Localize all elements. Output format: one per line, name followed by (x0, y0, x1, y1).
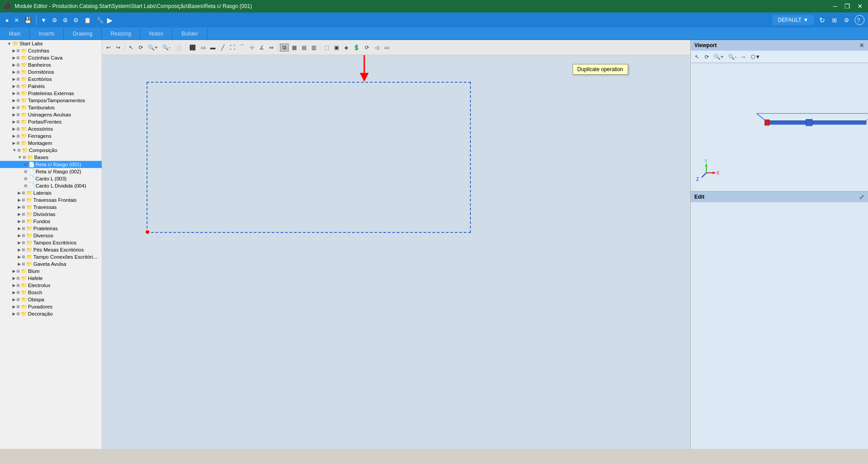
tree-item[interactable]: ▶ ⊞ 📁 Usinagens Avulsas (0, 111, 102, 118)
refresh-button[interactable]: ↻ (817, 15, 827, 25)
tab-resizing[interactable]: Resizing (102, 28, 140, 40)
tool-i[interactable]: ⟳ (362, 44, 371, 52)
tree-item[interactable]: ⊞ 📄 Reta s/ Rasgo (002) (0, 168, 102, 175)
tool-k[interactable]: ▭ (382, 44, 391, 52)
tree-item[interactable]: ▶ ⊞ 📁 Cozinhas Cava (0, 54, 102, 61)
tool-3[interactable]: ⚙ (61, 16, 70, 24)
tree-item[interactable]: ▶ ⊞ 📁 Fundos (0, 218, 102, 225)
tree-item[interactable]: ▶ ⊞ 📁 Decoração (0, 310, 102, 317)
select-tool[interactable]: ⬛ (187, 44, 198, 52)
tool-g[interactable]: ◈ (342, 44, 350, 52)
mirror-tool[interactable]: ⇔ (267, 44, 276, 52)
tree-item[interactable]: ▶ ⊞ 📁 Prateleiras (0, 225, 102, 232)
default-button[interactable]: DEFAULT ▼ (772, 15, 814, 25)
tree-item[interactable]: ▶ ⊞ 📁 Dormitórios (0, 68, 102, 76)
curve-tool[interactable]: ⌒ (238, 43, 247, 52)
dup-tool[interactable]: ⧉ (280, 44, 289, 52)
tree-item[interactable]: ▶ ⊞ 📁 Obispa (0, 296, 102, 303)
tree-item[interactable]: ▶ ⊞ 📁 Divisórias (0, 211, 102, 218)
angle-tool[interactable]: ∠ (257, 44, 266, 52)
rect2-tool[interactable]: ▬ (208, 44, 217, 52)
tree-item[interactable]: ▶ ⊞ 📁 Electrolux (0, 282, 102, 289)
svg-rect-2 (766, 121, 866, 124)
tab-drawing[interactable]: Drawing (64, 28, 102, 40)
tree-item[interactable]: ▶ ⊞ 📁 Escritórios (0, 76, 102, 83)
close-tool-button[interactable]: ✕ (12, 16, 21, 24)
tree-item[interactable]: ▶ ⊞ 📁 Tampos/Tamponamentos (0, 97, 102, 104)
vp-3d[interactable]: ⬡▼ (749, 53, 762, 61)
vp-cursor[interactable]: ↖ (693, 53, 701, 61)
tree-item[interactable]: ▶ ⊞ 📁 Travessas Frontais (0, 196, 102, 204)
tree-item[interactable]: ▶ ⊞ 📁 Cozinhas (0, 47, 102, 54)
cursor-tool[interactable]: ↖ (127, 44, 135, 52)
tool-h[interactable]: 💲 (351, 44, 362, 52)
back-button[interactable]: ● (4, 16, 11, 24)
edit-expand-button[interactable]: ⤢ (859, 193, 864, 200)
vp-fit[interactable]: ↔ (739, 53, 748, 61)
point-tool[interactable]: ⊹ (247, 44, 256, 52)
help-button[interactable]: ? (855, 15, 864, 25)
tree-item[interactable]: ▶ ⊞ 📁 Diversos (0, 232, 102, 239)
tree-item[interactable]: ▶ ⊞ 📁 Blum (0, 268, 102, 275)
close-button[interactable]: ✕ (856, 3, 864, 10)
maximize-button[interactable]: ❐ (843, 3, 852, 10)
tool-2[interactable]: ⚙ (50, 16, 59, 24)
tree-item[interactable]: ▶ ⊞ 📁 Hafele (0, 275, 102, 282)
tool-6[interactable]: 🔧 (95, 16, 105, 24)
tree-item[interactable]: ▶ ⊞ 📁 Montagem (0, 140, 102, 147)
tree-root[interactable]: ▼ 📁 Start Labs (0, 40, 102, 47)
tree-item[interactable]: ▶ ⊞ 📁 Pés Mesas Escritórios (0, 246, 102, 253)
vp-rotate[interactable]: ⟳ (702, 53, 711, 61)
tool-f[interactable]: ▣ (332, 44, 341, 52)
tree-item[interactable]: ▶ ⊞ 📁 Acessórios (0, 125, 102, 132)
grid-button[interactable]: ⊞ (830, 16, 839, 24)
settings-button[interactable]: ⚙ (842, 16, 851, 24)
tree-item[interactable]: ▼ ⊞ 📁 Bases (0, 154, 102, 161)
tree-item[interactable]: ▶ ⊞ 📁 Ferragens (0, 132, 102, 140)
tree-item[interactable]: ▶ ⊞ 📁 Tamburatos (0, 104, 102, 111)
zoom-fit-tool[interactable]: ⬜ (173, 44, 183, 52)
vp-zoom-out[interactable]: 🔍- (726, 53, 738, 61)
tree-item[interactable]: ▶ ⊞ 📁 Banheiros (0, 61, 102, 68)
tab-notes[interactable]: Notes (140, 28, 172, 40)
save-button[interactable]: 💾 (23, 16, 33, 24)
tree-item[interactable]: ▶ ⊞ 📁 Painéis (0, 83, 102, 90)
tree-item[interactable]: ▶ ⊞ 📁 Portas/Frentes (0, 118, 102, 125)
tree-item[interactable]: ⊞ 📄 Reta c/ Rasgo (001) (0, 161, 102, 168)
tree-item[interactable]: ▶ ⊞ 📁 Laterais (0, 189, 102, 196)
tree-item[interactable]: ▶ ⊞ 📁 Tampo Conexões Escritóri... (0, 253, 102, 260)
tab-main[interactable]: Main (0, 28, 30, 40)
rotate-tool[interactable]: ⟳ (136, 44, 145, 52)
vp-zoom-in[interactable]: 🔍+ (712, 53, 725, 61)
tool-5[interactable]: 📋 (82, 16, 93, 24)
tool-1[interactable]: ▼ (39, 16, 48, 24)
tree-item[interactable]: ⊞ 📄 Canto L (003) (0, 175, 102, 182)
tool-b[interactable]: ▦ (290, 44, 299, 52)
tab-builder[interactable]: Builder (172, 28, 207, 40)
tree-item[interactable]: ▼ ⊞ 📁 Composição (0, 147, 102, 154)
rect-tool[interactable]: ▭ (199, 44, 207, 52)
tool-e[interactable]: ⬚ (322, 44, 331, 52)
tab-inserts[interactable]: Inserts (30, 28, 64, 40)
redo-button[interactable]: ↪ (114, 44, 123, 52)
line-tool[interactable]: ╱ (218, 44, 227, 52)
tree-item[interactable]: ▶ ⊞ 📁 Gaveta Avulsa (0, 260, 102, 268)
viewport-close-button[interactable]: ✕ (859, 42, 864, 49)
tree-item[interactable]: ⊞ 📄 Canto L Dividida (004) (0, 182, 102, 189)
tool-4[interactable]: ⚙ (72, 16, 80, 24)
tree-expand-icon: ▶ (12, 276, 16, 280)
tree-item[interactable]: ▶ ⊞ 📁 Prateleiras Externas (0, 90, 102, 97)
undo-button[interactable]: ↩ (104, 44, 113, 52)
zoom-out-tool[interactable]: 🔍- (160, 44, 172, 52)
tool-d[interactable]: ▥ (309, 44, 318, 52)
tree-item[interactable]: ▶ ⊞ 📁 Puxadores (0, 303, 102, 310)
tool-j[interactable]: ◁ (372, 44, 381, 52)
tool-c[interactable]: ▤ (299, 44, 308, 52)
tree-item[interactable]: ▶ ⊞ 📁 Tampos Escritórios (0, 239, 102, 246)
tree-item[interactable]: ▶ ⊞ 📁 Travessas (0, 204, 102, 211)
canvas[interactable]: Duplicate operation (102, 55, 690, 449)
tree-item[interactable]: ▶ ⊞ 📁 Bosch (0, 289, 102, 296)
polyline-tool[interactable]: ⛶ (228, 44, 237, 52)
minimize-button[interactable]: ─ (831, 3, 839, 10)
zoom-in-tool[interactable]: 🔍+ (146, 44, 159, 52)
